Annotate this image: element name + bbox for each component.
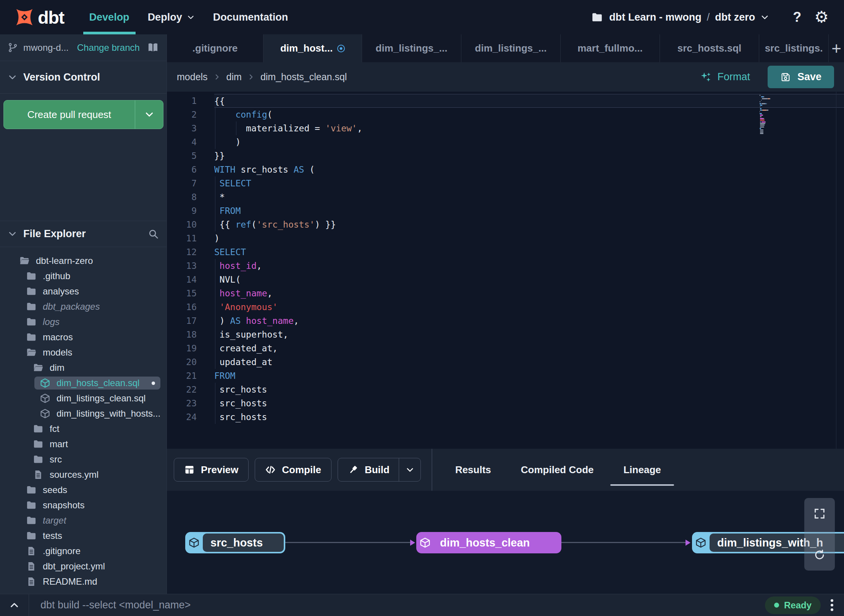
tree-item[interactable]: dim — [0, 360, 167, 375]
code-token: ) }} — [315, 220, 336, 230]
tree-item[interactable]: target — [0, 513, 167, 528]
code-line[interactable]: 13 host_id, — [167, 259, 844, 273]
tree-item[interactable]: src — [0, 452, 167, 467]
code-line[interactable]: 23 src_hosts — [167, 396, 844, 410]
code-line[interactable]: 18 is_superhost, — [167, 328, 844, 341]
compile-button[interactable]: Compile — [255, 458, 331, 482]
minimap-line — [760, 103, 781, 104]
environment-selector[interactable]: dbt zero — [715, 11, 769, 23]
code-line[interactable]: 2 config( — [167, 108, 844, 121]
help-icon[interactable]: ? — [793, 9, 801, 25]
nav-link-documentation[interactable]: Documentation — [204, 0, 298, 34]
code-line[interactable]: 21FROM — [167, 369, 844, 383]
breadcrumb-segment[interactable]: dim — [226, 71, 242, 82]
change-branch-link[interactable]: Change branch — [77, 42, 140, 53]
code-token: }} — [214, 151, 225, 161]
breadcrumb-segment[interactable]: models — [177, 71, 208, 82]
nav-link-label: Documentation — [213, 11, 288, 23]
nav-link-develop[interactable]: Develop — [80, 0, 139, 34]
code-line[interactable]: 22 src_hosts — [167, 383, 844, 396]
code-line[interactable]: 5}} — [167, 149, 844, 163]
editor-tab[interactable]: mart_fullmo... — [561, 34, 660, 62]
minimap-line — [760, 120, 781, 121]
code-line[interactable]: 17 ) AS host_name, — [167, 314, 844, 328]
editor-tab[interactable]: dim_host... — [264, 34, 362, 62]
code-line[interactable]: 14 NVL( — [167, 273, 844, 286]
tree-item[interactable]: tests — [0, 528, 167, 543]
tree-item[interactable]: .github — [0, 268, 167, 284]
tree-item[interactable]: dbt_project.yml — [0, 559, 167, 574]
save-button[interactable]: Save — [768, 66, 834, 88]
pull-request-options-chevron[interactable] — [135, 100, 163, 129]
code-text: WITH src_hosts AS ( — [214, 163, 844, 176]
tree-item[interactable]: seeds — [0, 482, 167, 498]
command-input[interactable]: dbt build --select <model_name> — [40, 599, 765, 611]
code-line[interactable]: 3 materialized = 'view', — [167, 121, 844, 135]
tree-item[interactable]: snapshots — [0, 498, 167, 513]
version-control-header[interactable]: Version Control — [0, 61, 167, 94]
tree-item[interactable]: dim_listings_clean.sql — [0, 391, 167, 406]
tree-item[interactable]: analyses — [0, 284, 167, 299]
breadcrumb-segment[interactable]: dim_hosts_clean.sql — [260, 71, 347, 82]
docs-book-icon[interactable] — [147, 42, 159, 53]
panel-tab-results[interactable]: Results — [452, 449, 494, 491]
tree-item[interactable]: models — [0, 345, 167, 360]
tree-item[interactable]: dim_hosts_clean.sql — [0, 375, 167, 391]
code-line[interactable]: 19 created_at, — [167, 341, 844, 355]
code-editor[interactable]: 1{{2 config(3 materialized = 'view',4 )5… — [167, 92, 844, 449]
code-line[interactable]: 12SELECT — [167, 245, 844, 259]
editor-tab[interactable]: dim_listings_... — [461, 34, 561, 62]
code-line[interactable]: 6WITH src_hosts AS ( — [167, 163, 844, 176]
lineage-node-src_hosts[interactable]: src_hosts — [185, 532, 285, 553]
tree-item-label: logs — [43, 317, 60, 327]
tree-item[interactable]: macros — [0, 330, 167, 345]
code-line[interactable]: 24 src_hosts — [167, 410, 844, 424]
code-line[interactable]: 11) — [167, 231, 844, 245]
code-line[interactable]: 20 updated_at — [167, 355, 844, 369]
code-line[interactable]: 4 ) — [167, 135, 844, 149]
nav-link-deploy[interactable]: Deploy — [139, 0, 204, 34]
chevron-up-icon[interactable] — [0, 594, 29, 616]
search-icon[interactable] — [148, 228, 159, 239]
tree-item[interactable]: dbt_packages — [0, 299, 167, 314]
code-token: , — [267, 288, 272, 298]
tree-item[interactable]: mart — [0, 437, 167, 452]
editor-tab[interactable]: dim_listings_... — [362, 34, 461, 62]
code-line[interactable]: 10 {{ ref('src_hosts') }} — [167, 218, 844, 231]
tree-item[interactable]: README.md — [0, 574, 167, 589]
panel-tab-compiled-code[interactable]: Compiled Code — [518, 449, 597, 491]
editor-tab[interactable]: src_listings. — [759, 34, 829, 62]
tree-item[interactable]: .gitignore — [0, 543, 167, 559]
kebab-menu-icon[interactable] — [831, 598, 833, 612]
new-tab-button[interactable]: + — [829, 34, 844, 62]
format-button[interactable]: Format — [700, 71, 750, 83]
code-line[interactable]: 8 * — [167, 190, 844, 204]
lineage-node-dim_hosts_clean[interactable]: dim_hosts_clean — [416, 532, 561, 553]
tree-item[interactable]: logs — [0, 314, 167, 330]
panel-tab-lineage[interactable]: Lineage — [620, 449, 664, 491]
tree-item-content: snapshots — [21, 499, 90, 512]
create-pull-request-button[interactable]: Create pull request — [3, 100, 163, 129]
settings-gear-icon[interactable]: ⚙ — [814, 9, 829, 25]
build-button[interactable]: Build — [338, 458, 421, 482]
fullscreen-icon[interactable] — [813, 507, 826, 520]
tree-item[interactable]: dim_listings_with_hosts... — [0, 406, 167, 421]
tree-item[interactable]: sources.yml — [0, 467, 167, 482]
code-line[interactable]: 7 SELECT — [167, 176, 844, 190]
tree-item[interactable]: fct — [0, 421, 167, 437]
status-badge: Ready — [765, 597, 821, 614]
file-explorer-header[interactable]: File Explorer — [0, 221, 167, 247]
code-line[interactable]: 9 FROM — [167, 204, 844, 218]
dbt-logo[interactable]: dbt — [13, 6, 64, 29]
minimap[interactable] — [760, 95, 781, 134]
tree-item[interactable]: dbt-learn-zero — [0, 253, 167, 268]
editor-tab[interactable]: .gitignore — [167, 34, 264, 62]
code-line[interactable]: 1{{ — [167, 94, 844, 108]
code-line[interactable]: 16 'Anonymous' — [167, 300, 844, 314]
indent-guide-line — [215, 273, 215, 286]
preview-button[interactable]: Preview — [174, 458, 249, 482]
build-options-chevron[interactable] — [399, 458, 420, 481]
refresh-icon[interactable] — [813, 548, 826, 561]
editor-tab[interactable]: src_hosts.sql — [660, 34, 759, 62]
code-line[interactable]: 15 host_name, — [167, 286, 844, 300]
